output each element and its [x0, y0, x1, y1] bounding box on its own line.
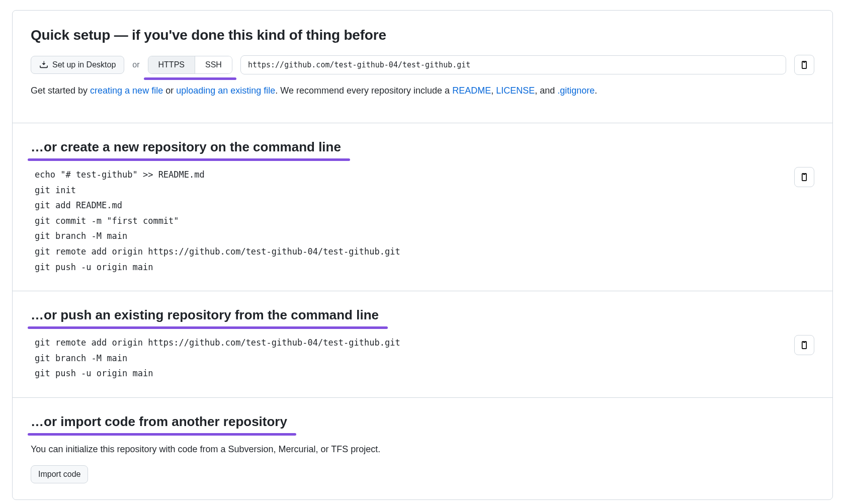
hint-text: Get started by: [31, 86, 90, 96]
clipboard-icon: [800, 60, 809, 69]
desktop-download-icon: [39, 60, 48, 69]
or-label: or: [132, 59, 139, 71]
clipboard-icon: [800, 341, 809, 350]
import-code-description: You can initialize this repository with …: [31, 443, 814, 456]
hint-text: .: [595, 86, 597, 96]
create-repo-heading: …or create a new repository on the comma…: [31, 137, 341, 158]
copy-push-existing-button[interactable]: [794, 335, 814, 355]
push-existing-section: …or push an existing repository from the…: [13, 291, 832, 397]
create-repo-code-row: echo "# test-github" >> README.md git in…: [31, 167, 814, 275]
protocol-ssh-button[interactable]: SSH: [195, 56, 232, 73]
push-existing-code[interactable]: git remote add origin https://github.com…: [31, 335, 786, 381]
clone-url-input[interactable]: [240, 55, 786, 74]
import-code-section: …or import code from another repository …: [13, 397, 832, 499]
quick-setup-heading: Quick setup — if you've done this kind o…: [31, 25, 814, 46]
upload-existing-file-link[interactable]: uploading an existing file: [176, 86, 275, 96]
create-repo-code[interactable]: echo "# test-github" >> README.md git in…: [31, 167, 786, 275]
hint-text: or: [163, 86, 176, 96]
quick-setup-section: Quick setup — if you've done this kind o…: [13, 11, 832, 123]
push-existing-code-row: git remote add origin https://github.com…: [31, 335, 814, 381]
repo-setup-panel: Quick setup — if you've done this kind o…: [12, 10, 833, 500]
readme-link[interactable]: README: [452, 86, 491, 96]
create-new-file-link[interactable]: creating a new file: [90, 86, 163, 96]
setup-in-desktop-button[interactable]: Set up in Desktop: [31, 56, 124, 74]
protocol-https-button[interactable]: HTTPS: [148, 56, 195, 73]
hint-text: . We recommend every repository include …: [275, 86, 452, 96]
setup-in-desktop-label: Set up in Desktop: [52, 60, 116, 69]
protocol-switch-wrap: HTTPS SSH: [148, 56, 232, 74]
protocol-switch: HTTPS SSH: [148, 56, 232, 74]
annotation-underline: [144, 77, 236, 80]
import-code-button[interactable]: Import code: [31, 465, 88, 483]
hint-text: ,: [491, 86, 496, 96]
copy-create-repo-button[interactable]: [794, 167, 814, 187]
create-repo-section: …or create a new repository on the comma…: [13, 123, 832, 291]
quick-setup-row: Set up in Desktop or HTTPS SSH: [31, 55, 814, 75]
clipboard-icon: [800, 173, 809, 182]
quick-setup-hint: Get started by creating a new file or up…: [31, 84, 814, 98]
hint-text: , and: [535, 86, 557, 96]
copy-url-button[interactable]: [794, 55, 814, 75]
license-link[interactable]: LICENSE: [496, 86, 535, 96]
push-existing-heading: …or push an existing repository from the…: [31, 305, 379, 326]
gitignore-link[interactable]: .gitignore: [557, 86, 595, 96]
import-code-heading: …or import code from another repository: [31, 412, 287, 433]
